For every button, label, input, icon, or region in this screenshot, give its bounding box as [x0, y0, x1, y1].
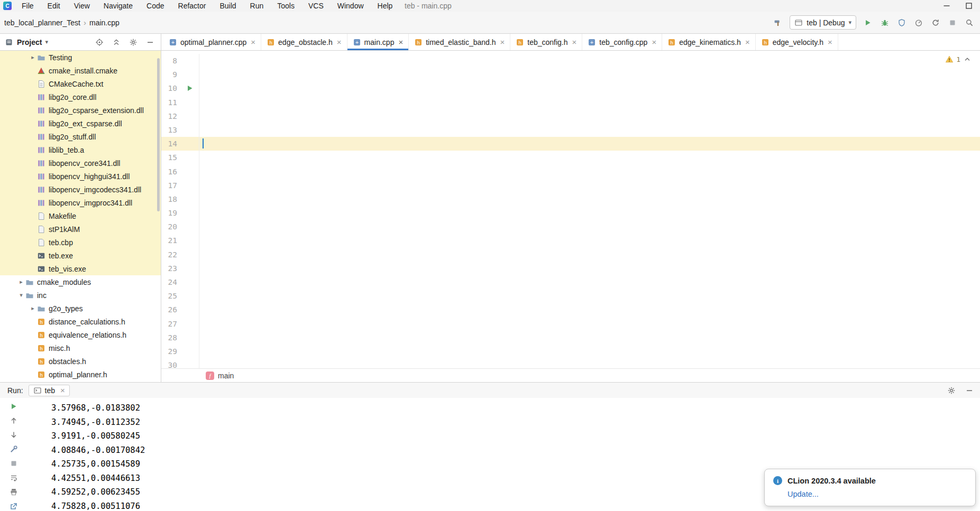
- tree-item-teb-cbp[interactable]: teb.cbp: [0, 236, 161, 249]
- menu-item-run[interactable]: Run: [243, 0, 271, 12]
- profiler-button[interactable]: [913, 17, 924, 28]
- customize-button[interactable]: [10, 445, 18, 453]
- tree-item-misc-h[interactable]: hmisc.h: [0, 341, 161, 355]
- settings-button[interactable]: [128, 37, 139, 48]
- chevron-right-icon[interactable]: ▸: [29, 54, 37, 61]
- chevron-right-icon[interactable]: ▸: [17, 278, 25, 285]
- tree-item-libg2o-ext-csparse-dll[interactable]: libg2o_ext_csparse.dll: [0, 117, 161, 130]
- close-tab-icon[interactable]: ×: [652, 38, 656, 46]
- run-config-selector[interactable]: teb | Debug ▾: [790, 15, 856, 30]
- tree-item-libopencv-imgcodecs341-dll[interactable]: libopencv_imgcodecs341.dll: [0, 183, 161, 196]
- tab-teb-config-cpp[interactable]: +teb_config.cpp×: [582, 34, 662, 50]
- update-running-app-button[interactable]: [930, 17, 941, 28]
- tab-teb-config-h[interactable]: hteb_config.h×: [510, 34, 582, 50]
- tree-item-teb-exe[interactable]: teb.exe: [0, 249, 161, 262]
- stop-button[interactable]: [947, 17, 958, 28]
- stop-button[interactable]: [10, 459, 18, 468]
- tree-item-liblib-teb-a[interactable]: liblib_teb.a: [0, 143, 161, 156]
- run-gutter-icon[interactable]: [180, 81, 199, 95]
- menu-item-edit[interactable]: Edit: [41, 0, 67, 12]
- close-tab-icon[interactable]: ×: [500, 38, 505, 46]
- menu-item-window[interactable]: Window: [331, 0, 371, 12]
- tab-edge-obstacle-h[interactable]: hedge_obstacle.h×: [261, 34, 347, 50]
- chevron-right-icon[interactable]: ▸: [29, 305, 37, 312]
- tree-item-equivalence-relations-h[interactable]: hequivalence_relations.h: [0, 328, 161, 341]
- run-with-coverage-button[interactable]: [896, 17, 907, 28]
- code-text: [199, 206, 203, 220]
- menu-item-tools[interactable]: Tools: [270, 0, 301, 12]
- tree-item-libg2o-core-dll[interactable]: libg2o_core.dll: [0, 90, 161, 104]
- close-tab-icon[interactable]: ×: [745, 38, 750, 46]
- close-tab-icon[interactable]: ×: [828, 38, 832, 46]
- line-number: 27: [161, 317, 180, 331]
- hide-panel-button[interactable]: [145, 37, 155, 48]
- tree-item-obstacles-h[interactable]: hobstacles.h: [0, 355, 161, 368]
- close-tab-icon[interactable]: ×: [337, 38, 342, 46]
- build-button[interactable]: [773, 17, 783, 28]
- locate-file-button[interactable]: [94, 37, 105, 48]
- chevron-up-icon[interactable]: [963, 55, 972, 63]
- editor[interactable]: 8910111213141516171819202122232425262728…: [161, 51, 980, 368]
- rerun-button[interactable]: [10, 402, 18, 411]
- menu-item-refactor[interactable]: Refactor: [171, 0, 213, 12]
- menu-item-code[interactable]: Code: [140, 0, 171, 12]
- inspection-widget[interactable]: 1: [945, 55, 972, 63]
- breadcrumb-item-teb-local-planner-test[interactable]: teb_local_planner_Test: [4, 18, 80, 27]
- hide-panel-button[interactable]: [964, 385, 975, 396]
- maximize-button[interactable]: [958, 0, 980, 12]
- close-tab-icon[interactable]: ×: [251, 38, 255, 46]
- update-link[interactable]: Update...: [787, 490, 967, 498]
- next-occurrence-button[interactable]: [10, 431, 18, 439]
- header-file-icon: h: [516, 38, 524, 47]
- menu-item-vcs[interactable]: VCS: [301, 0, 331, 12]
- tree-item-libopencv-highgui341-dll[interactable]: libopencv_highgui341.dll: [0, 170, 161, 183]
- chevron-down-icon[interactable]: ▾: [45, 39, 48, 45]
- scroll-to-end-button[interactable]: [10, 502, 18, 510]
- tab-edge-kinematics-h[interactable]: hedge_kinematics.h×: [662, 34, 756, 50]
- search-everywhere-button[interactable]: [964, 17, 975, 28]
- tab-timed-elastic-band-h[interactable]: htimed_elastic_band.h×: [409, 34, 510, 50]
- tree-item-makefile[interactable]: Makefile: [0, 209, 161, 222]
- lib-icon: [37, 119, 45, 128]
- tab-edge-velocity-h[interactable]: hedge_velocity.h×: [756, 34, 838, 50]
- tab-main-cpp[interactable]: +main.cpp×: [347, 34, 409, 50]
- menu-item-build[interactable]: Build: [213, 0, 243, 12]
- tree-item-stp1kalm[interactable]: stP1kAlM: [0, 222, 161, 236]
- menu-item-navigate[interactable]: Navigate: [97, 0, 140, 12]
- close-tab-icon[interactable]: ×: [60, 386, 65, 394]
- tree-item-libg2o-csparse-extension-dll[interactable]: libg2o_csparse_extension.dll: [0, 104, 161, 117]
- settings-button[interactable]: [946, 385, 957, 396]
- tree-item-libopencv-imgproc341-dll[interactable]: libopencv_imgproc341.dll: [0, 196, 161, 209]
- breadcrumb-item-main-cpp[interactable]: main.cpp: [89, 18, 120, 27]
- minimize-button[interactable]: [936, 0, 958, 12]
- menu-item-view[interactable]: View: [67, 0, 97, 12]
- collapse-all-button[interactable]: [111, 37, 122, 48]
- close-tab-icon[interactable]: ×: [572, 38, 577, 46]
- print-console-button[interactable]: [10, 488, 18, 496]
- tree-item-teb-vis-exe[interactable]: teb_vis.exe: [0, 262, 161, 275]
- prev-occurrence-button[interactable]: [10, 416, 18, 425]
- menu-item-help[interactable]: Help: [371, 0, 400, 12]
- tree-item-distance-calculations-h[interactable]: hdistance_calculations.h: [0, 315, 161, 328]
- menu-item-file[interactable]: File: [15, 0, 41, 12]
- run-config-label: teb | Debug: [807, 18, 845, 27]
- tree-item-label: libg2o_stuff.dll: [49, 133, 96, 141]
- tree-item-cmake-install-cmake[interactable]: cmake_install.cmake: [0, 64, 161, 77]
- breadcrumb-function[interactable]: main: [218, 371, 234, 380]
- run-tab-teb[interactable]: teb ×: [29, 385, 70, 396]
- tree-item-cmake-modules[interactable]: ▸cmake_modules: [0, 275, 161, 289]
- tree-item-g2o-types[interactable]: ▸g2o_types: [0, 302, 161, 315]
- debug-button[interactable]: [880, 17, 890, 28]
- close-tab-icon[interactable]: ×: [398, 38, 403, 46]
- chevron-down-icon[interactable]: ▾: [17, 292, 25, 299]
- tree-item-inc[interactable]: ▾inc: [0, 289, 161, 302]
- tree-item-optimal-planner-h[interactable]: hoptimal_planner.h: [0, 368, 161, 381]
- soft-wrap-button[interactable]: [10, 473, 18, 482]
- tree-item-testing[interactable]: ▸Testing: [0, 51, 161, 64]
- tree-item-libg2o-stuff-dll[interactable]: libg2o_stuff.dll: [0, 130, 161, 143]
- tab-optimal-planner-cpp[interactable]: +optimal_planner.cpp×: [163, 34, 261, 50]
- tree-item-cmakecache-txt[interactable]: CMakeCache.txt: [0, 77, 161, 90]
- tree-item-libopencv-core341-dll[interactable]: libopencv_core341.dll: [0, 156, 161, 170]
- project-scrollbar[interactable]: [157, 58, 160, 211]
- run-button[interactable]: [863, 17, 873, 28]
